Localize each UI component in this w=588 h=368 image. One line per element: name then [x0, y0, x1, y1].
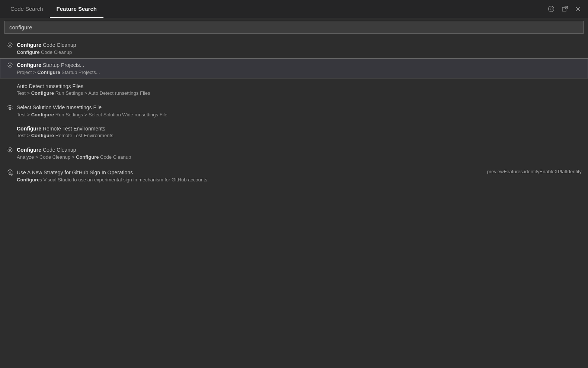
result-breadcrumb: Configures Visual Studio to use an exper…: [6, 177, 480, 183]
result-item[interactable]: gh Use A New Strategy for GitHub Sign In…: [0, 163, 588, 186]
result-breadcrumb: Test > Configure Run Settings > Auto Det…: [6, 90, 582, 96]
tab-feature-search[interactable]: Feature Search: [50, 0, 103, 18]
svg-point-8: [9, 107, 11, 109]
gear-icon: [6, 62, 14, 68]
expand-icon[interactable]: [560, 4, 569, 13]
search-input[interactable]: [4, 21, 584, 34]
result-item[interactable]: Configure Code Cleanup Configure Code Cl…: [0, 38, 588, 58]
tab-code-search-label: Code Search: [10, 6, 43, 12]
preview-tag: previewFeatures.identityEnableXPlatIdent…: [487, 169, 582, 174]
result-title-text: Select Solution Wide runsettings File: [17, 104, 102, 110]
result-title-text: Use A New Strategy for GitHub Sign In Op…: [17, 170, 133, 175]
svg-point-1: [550, 8, 552, 10]
svg-point-6: [9, 45, 11, 46]
result-breadcrumb: Test > Configure Remote Test Environment…: [6, 133, 582, 138]
svg-point-9: [9, 149, 11, 151]
gear-icon: [6, 104, 14, 111]
tab-code-search[interactable]: Code Search: [4, 0, 50, 18]
tab-feature-search-label: Feature Search: [57, 6, 97, 12]
search-container: [0, 18, 588, 37]
svg-rect-2: [562, 7, 566, 11]
svg-text:gh: gh: [11, 174, 13, 176]
svg-point-0: [549, 6, 554, 12]
result-item[interactable]: Configure Remote Test Environments Test …: [0, 121, 588, 142]
result-breadcrumb: Test > Configure Run Settings > Select S…: [6, 112, 582, 117]
result-breadcrumb: Analyze > Code Cleanup > Configure Code …: [6, 154, 582, 160]
main-window: Code Search Feature Search: [0, 0, 588, 368]
gear-icon: [6, 146, 14, 153]
tab-bar-actions: [546, 4, 582, 14]
result-item[interactable]: Auto Detect runsettings Files Test > Con…: [0, 78, 588, 99]
result-breadcrumb: Project > Configure Startup Projects...: [6, 70, 582, 75]
result-breadcrumb: Configure Code Cleanup: [6, 49, 582, 55]
result-left: gh Use A New Strategy for GitHub Sign In…: [6, 169, 480, 183]
result-item[interactable]: Select Solution Wide runsettings File Te…: [0, 99, 588, 121]
result-title-text: Configure Code Cleanup: [17, 42, 76, 48]
result-title-text: Configure Code Cleanup: [17, 147, 76, 153]
gear-icon: [6, 42, 14, 48]
github-gear-icon: gh: [6, 169, 14, 176]
close-icon[interactable]: [574, 5, 582, 13]
tab-bar: Code Search Feature Search: [0, 0, 588, 18]
result-title-text: Auto Detect runsettings Files: [17, 83, 83, 89]
svg-point-7: [9, 65, 11, 66]
result-item[interactable]: Configure Startup Projects... Project > …: [0, 58, 588, 78]
result-item[interactable]: Configure Code Cleanup Analyze > Code Cl…: [0, 142, 588, 163]
preview-icon[interactable]: [546, 4, 556, 14]
results-list: Configure Code Cleanup Configure Code Cl…: [0, 37, 588, 368]
result-title-text: Configure Startup Projects...: [17, 62, 84, 68]
result-title-text: Configure Remote Test Environments: [17, 126, 105, 132]
